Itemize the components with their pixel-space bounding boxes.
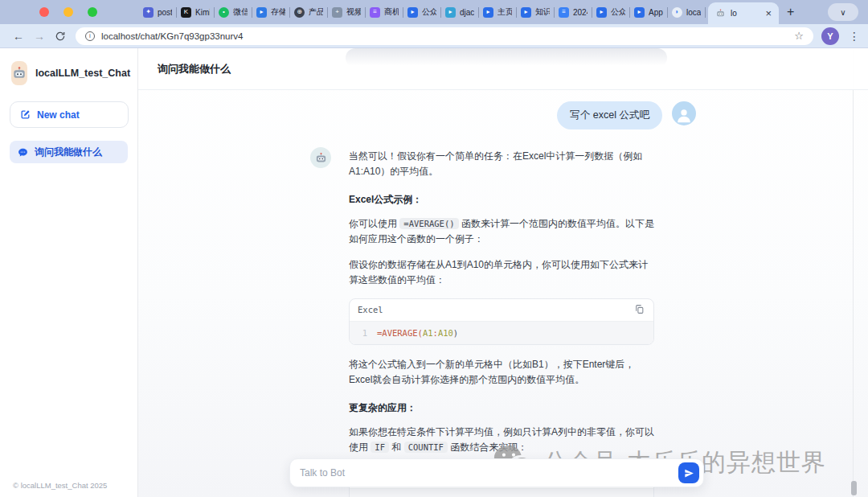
new-chat-label: New chat <box>37 109 80 121</box>
app-logo-row: localLLM_test_Chat <box>0 48 137 95</box>
assistant-message-body: 当然可以！假设你有一个简单的任务：在Excel中计算一列数据（例如A1:A10）… <box>349 147 654 497</box>
chat-scroll-area[interactable]: 写个 excel 公式吧 当然可以！假设你有一个简单的任务：在Excel中计算一… <box>138 90 868 497</box>
tab-label: AppLi <box>649 8 663 17</box>
tab-separator <box>403 7 403 18</box>
chevron-down-icon: ∨ <box>840 8 845 17</box>
inline-code: =AVERAGE() <box>399 218 458 229</box>
address-bar[interactable]: i localhost/chat/KGn7q93gp33nurv4 ☆ <box>76 27 813 45</box>
tab-favicon-icon: ▸ <box>483 7 493 18</box>
close-window-button[interactable] <box>39 7 49 17</box>
code-language-label: Excel <box>358 305 383 314</box>
traffic-lights <box>0 7 97 17</box>
reload-button[interactable] <box>50 26 71 47</box>
tab-favicon-icon: ▸ <box>445 7 456 18</box>
code-block-body: 1=AVERAGE(IF(A1:A10<>0, A1:A10)) <box>350 488 653 497</box>
browser-tab[interactable]: ⊕产品规 <box>293 0 325 24</box>
minimize-window-button[interactable] <box>63 7 73 17</box>
url-text: localhost/chat/KGn7q93gp33nurv4 <box>101 31 243 41</box>
tab-favicon-icon: ▸ <box>256 7 267 18</box>
tab-favicon-icon: ▸ <box>634 7 645 18</box>
browser-tab[interactable]: ▸AppLi <box>633 0 665 24</box>
text-run: 将这个公式输入到一个新的单元格中（比如B1），按下Enter键后，Excel就会… <box>349 359 634 385</box>
chat-header: 询问我能做什么 <box>138 48 868 90</box>
tab-label: poste <box>158 8 172 17</box>
forward-button[interactable]: → <box>29 26 50 47</box>
chat-main: 询问我能做什么 写个 excel 公式吧 当然可以！假设你有一个简单的任务：在E… <box>138 48 868 497</box>
tab-favicon-icon: ▸ <box>521 7 531 18</box>
tab-separator <box>667 7 668 18</box>
text-run: 当然可以！假设你有一个简单的任务：在Excel中计算一列数据（例如A1:A10）… <box>349 150 642 177</box>
browser-tab[interactable]: +视频制 <box>330 0 362 24</box>
tab-favicon-icon: ▸ <box>596 7 607 18</box>
tab-separator <box>629 7 630 18</box>
tab-favicon-icon: + <box>332 7 342 18</box>
browser-tab[interactable]: ▸djacd <box>444 0 476 24</box>
tab-favicon-icon: K <box>181 7 191 18</box>
code-token: A10 <box>438 328 453 338</box>
text-run: 你可以使用 <box>349 218 399 229</box>
browser-profile-avatar[interactable]: Y <box>821 27 839 45</box>
browser-tab[interactable]: KKimi.a <box>179 0 211 24</box>
tab-label: djacd <box>460 8 474 17</box>
tab-label: 视频制 <box>346 6 361 18</box>
edit-icon <box>20 109 31 120</box>
new-chat-button[interactable]: New chat <box>10 101 129 128</box>
line-number: 1 <box>358 328 367 338</box>
send-icon <box>684 468 694 479</box>
zoom-window-button[interactable] <box>88 7 97 17</box>
new-tab-button[interactable]: + <box>787 5 794 19</box>
tab-list: ✦posteKKimi.a•微信表▸存储管⊕产品规+视频制≡商机进▸公众号▸dj… <box>141 0 779 24</box>
sidebar-chat-item-label: 询问我能做什么 <box>35 146 102 159</box>
robot-icon <box>314 151 328 165</box>
tab-separator <box>516 7 517 18</box>
browser-tab[interactable]: ✦poste <box>141 0 174 24</box>
message-paragraph: 你可以使用 =AVERAGE() 函数来计算一个范围内的数值平均值。以下是如何应… <box>349 216 654 247</box>
tab-separator <box>176 7 177 18</box>
scrollbar-thumb[interactable] <box>851 481 857 495</box>
robot-logo-icon <box>11 61 27 85</box>
copy-code-button[interactable] <box>633 304 645 316</box>
browser-tab[interactable]: ≡2024 <box>557 0 589 24</box>
browser-tab[interactable]: ▸公众号 <box>595 0 627 24</box>
browser-tab[interactable]: ◗localL <box>670 0 702 24</box>
tab-favicon-icon: ✦ <box>143 7 154 18</box>
message-paragraph: 如果你想在特定条件下计算平均值，例如只计算A列中的非零值，你可以使用 IF 和 … <box>349 425 654 455</box>
close-tab-icon[interactable]: × <box>765 7 772 19</box>
message-paragraph: 当然可以！假设你有一个简单的任务：在Excel中计算一列数据（例如A1:A10）… <box>349 149 654 179</box>
assistant-avatar <box>310 147 331 168</box>
browser-tab[interactable]: lo× <box>708 2 779 24</box>
message-heading: Excel公式示例： <box>349 193 654 207</box>
tab-favicon-icon: ◗ <box>672 7 682 18</box>
site-info-icon[interactable]: i <box>85 31 95 41</box>
user-message-row: 写个 excel 公式吧 <box>310 101 696 129</box>
browser-tab[interactable]: ▸公众号 <box>406 0 438 24</box>
browser-tab[interactable]: ≡商机进 <box>368 0 400 24</box>
browser-tab[interactable]: ▸存储管 <box>255 0 287 24</box>
tab-favicon-icon: ≡ <box>559 7 569 18</box>
tab-label: lo <box>731 9 760 18</box>
assistant-message-row: 当然可以！假设你有一个简单的任务：在Excel中计算一列数据（例如A1:A10）… <box>310 147 696 497</box>
chat-bubble-icon <box>18 147 28 158</box>
tab-separator <box>440 7 441 18</box>
app-title: localLLM_test_Chat <box>35 68 130 79</box>
bookmark-star-icon[interactable]: ☆ <box>794 30 804 42</box>
sidebar-chat-item[interactable]: 询问我能做什么 <box>10 141 128 163</box>
back-button[interactable]: ← <box>8 26 29 47</box>
person-icon <box>675 106 693 124</box>
text-run: 和 <box>389 442 404 453</box>
tab-label: 公众号 <box>611 6 625 18</box>
send-button[interactable] <box>678 462 699 483</box>
tab-label: 商机进 <box>384 6 399 18</box>
tab-label: 存储管 <box>271 6 285 18</box>
tab-separator <box>289 7 290 18</box>
tab-label: 主页 - <box>497 6 512 18</box>
tab-separator <box>554 7 555 18</box>
composer-input[interactable] <box>300 467 672 479</box>
tab-search-button[interactable]: ∨ <box>828 3 858 21</box>
browser-tab[interactable]: •微信表 <box>217 0 249 24</box>
browser-menu-icon[interactable]: ⋮ <box>849 30 860 43</box>
tab-separator <box>478 7 479 18</box>
scrollbar-track <box>853 48 854 497</box>
browser-tab[interactable]: ▸主页 - <box>481 0 514 24</box>
browser-tab[interactable]: ▸知识库 <box>519 0 551 24</box>
